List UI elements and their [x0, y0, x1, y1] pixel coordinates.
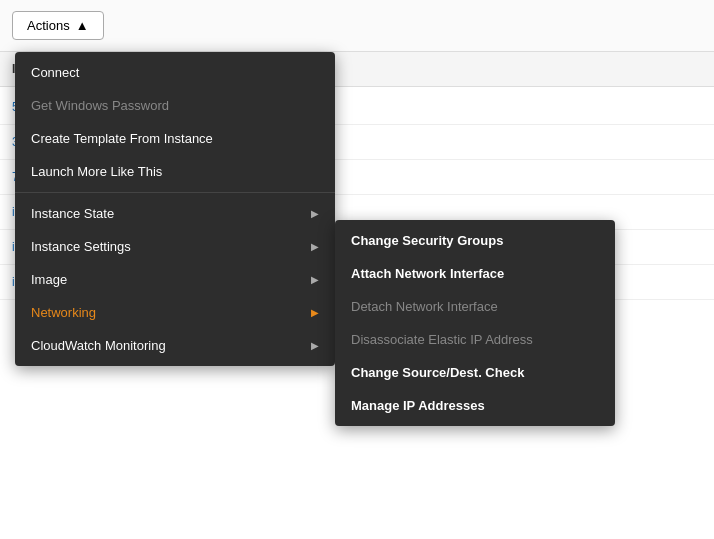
submenu-item-change-source-dest-check-label: Change Source/Dest. Check [351, 365, 524, 380]
menu-item-cloudwatch[interactable]: CloudWatch Monitoring ▶ [15, 329, 335, 362]
submenu-item-detach-network-interface: Detach Network Interface [335, 290, 615, 323]
menu-item-get-windows-password: Get Windows Password [15, 89, 335, 122]
submenu-chevron-cloudwatch: ▶ [311, 340, 319, 351]
submenu-item-change-source-dest-check[interactable]: Change Source/Dest. Check [335, 356, 615, 389]
actions-dropdown: Connect Get Windows Password Create Temp… [15, 52, 335, 366]
menu-item-networking[interactable]: Networking ▶ [15, 296, 335, 329]
menu-item-instance-state-label: Instance State [31, 206, 114, 221]
menu-item-instance-settings-label: Instance Settings [31, 239, 131, 254]
menu-item-cloudwatch-label: CloudWatch Monitoring [31, 338, 166, 353]
menu-item-launch-more[interactable]: Launch More Like This [15, 155, 335, 188]
menu-item-networking-label: Networking [31, 305, 96, 320]
submenu-item-disassociate-elastic-ip: Disassociate Elastic IP Address [335, 323, 615, 356]
menu-item-get-windows-password-label: Get Windows Password [31, 98, 169, 113]
submenu-item-change-security-groups[interactable]: Change Security Groups [335, 224, 615, 257]
menu-item-connect[interactable]: Connect [15, 56, 335, 89]
submenu-chevron-instance-settings: ▶ [311, 241, 319, 252]
submenu-chevron-networking: ▶ [311, 307, 319, 318]
actions-chevron: ▲ [76, 18, 89, 33]
submenu-item-disassociate-elastic-ip-label: Disassociate Elastic IP Address [351, 332, 533, 347]
menu-item-image-label: Image [31, 272, 67, 287]
submenu-item-manage-ip-addresses-label: Manage IP Addresses [351, 398, 485, 413]
menu-item-create-template-label: Create Template From Instance [31, 131, 213, 146]
submenu-item-change-security-groups-label: Change Security Groups [351, 233, 503, 248]
submenu-chevron-image: ▶ [311, 274, 319, 285]
actions-label: Actions [27, 18, 70, 33]
menu-divider-1 [15, 192, 335, 193]
actions-button[interactable]: Actions ▲ [12, 11, 104, 40]
menu-item-connect-label: Connect [31, 65, 79, 80]
networking-submenu: Change Security Groups Attach Network In… [335, 220, 615, 426]
menu-item-instance-settings[interactable]: Instance Settings ▶ [15, 230, 335, 263]
menu-item-launch-more-label: Launch More Like This [31, 164, 162, 179]
menu-item-create-template[interactable]: Create Template From Instance [15, 122, 335, 155]
menu-item-image[interactable]: Image ▶ [15, 263, 335, 296]
submenu-chevron-instance-state: ▶ [311, 208, 319, 219]
menu-item-instance-state[interactable]: Instance State ▶ [15, 197, 335, 230]
submenu-item-attach-network-interface-label: Attach Network Interface [351, 266, 504, 281]
submenu-item-attach-network-interface[interactable]: Attach Network Interface [335, 257, 615, 290]
toolbar: Actions ▲ [0, 0, 714, 52]
submenu-item-manage-ip-addresses[interactable]: Manage IP Addresses [335, 389, 615, 422]
submenu-item-detach-network-interface-label: Detach Network Interface [351, 299, 498, 314]
